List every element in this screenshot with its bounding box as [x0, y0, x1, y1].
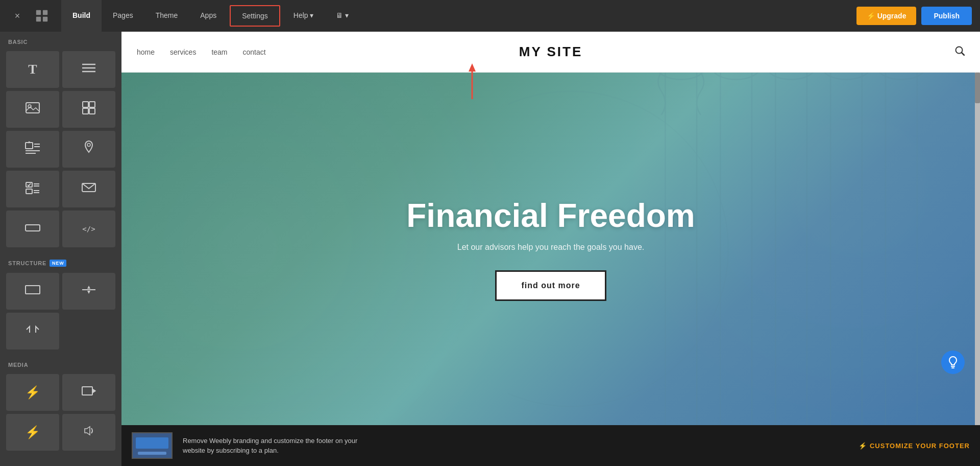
svg-rect-23: [26, 189, 32, 194]
nav-tabs: Build Pages Theme Apps Settings Help ▾ 🖥…: [61, 0, 856, 32]
panel-item-survey[interactable]: [6, 171, 59, 207]
section-label-structure: STRUCTURE NEW: [0, 252, 121, 271]
svg-point-45: [713, 73, 760, 80]
settings-arrow: [464, 63, 480, 106]
content-area: home services team contact MY SITE: [121, 32, 980, 466]
svg-rect-1: [43, 10, 47, 15]
panel-item-media-text[interactable]: ▶: [6, 131, 59, 168]
site-nav: home services team contact MY SITE: [121, 32, 980, 73]
media-grid: ⚡ ⚡: [0, 372, 121, 456]
svg-marker-37: [469, 63, 476, 72]
panel-item-map[interactable]: [62, 131, 115, 168]
svg-rect-12: [89, 108, 95, 114]
panel-item-text[interactable]: T: [6, 51, 59, 88]
hero-cta-button[interactable]: find out more: [495, 270, 606, 301]
basic-grid: T: [0, 49, 121, 252]
svg-rect-2: [36, 17, 41, 21]
svg-rect-7: [26, 103, 39, 113]
panel-item-lines[interactable]: [62, 51, 115, 88]
lightbulb-button[interactable]: [941, 351, 965, 374]
footer-bar: Remove Weebly branding and customize the…: [121, 425, 980, 466]
svg-point-46: [768, 73, 815, 80]
weebly-logo: [33, 7, 51, 25]
search-icon[interactable]: [954, 45, 965, 58]
tab-settings[interactable]: Settings: [230, 5, 280, 27]
svg-rect-42: [830, 73, 862, 425]
panel-item-button[interactable]: [6, 211, 59, 247]
svg-text:▶: ▶: [29, 141, 31, 144]
panel-item-audio[interactable]: [62, 414, 115, 451]
site-title: MY SITE: [519, 44, 583, 60]
svg-rect-40: [720, 73, 752, 425]
footer-thumbnail: [132, 432, 173, 459]
left-panel: BASIC T: [0, 32, 121, 466]
svg-rect-41: [775, 73, 807, 425]
svg-rect-28: [26, 286, 40, 294]
panel-item-section[interactable]: [6, 273, 59, 310]
nav-link-home[interactable]: home: [137, 48, 155, 56]
tab-device[interactable]: 🖥 ▾: [325, 0, 360, 32]
panel-item-lightning1[interactable]: ⚡: [6, 374, 59, 411]
new-badge: NEW: [50, 260, 66, 267]
tab-theme[interactable]: Theme: [144, 0, 189, 32]
svg-point-19: [87, 144, 90, 147]
panel-item-email[interactable]: [62, 171, 115, 207]
svg-rect-0: [36, 10, 41, 15]
svg-point-48: [878, 73, 925, 80]
tab-build[interactable]: Build: [61, 0, 102, 32]
scrollbar-thumb[interactable]: [975, 73, 980, 103]
hero-title: Financial Freedom: [406, 197, 695, 235]
svg-rect-3: [43, 17, 47, 21]
nav-link-contact[interactable]: contact: [243, 48, 266, 56]
svg-line-35: [962, 53, 964, 55]
close-button[interactable]: ×: [8, 7, 27, 25]
scrollbar-track[interactable]: [975, 73, 980, 425]
svg-rect-10: [89, 102, 95, 107]
upgrade-button[interactable]: ⚡ Upgrade: [856, 7, 917, 25]
panel-item-grid[interactable]: [62, 91, 115, 128]
tab-help[interactable]: Help ▾: [282, 0, 325, 32]
svg-rect-11: [83, 108, 88, 114]
panel-item-code[interactable]: </>: [62, 211, 115, 247]
top-nav: × Build Pages Theme Apps Settings Help ▾…: [0, 0, 980, 32]
publish-button[interactable]: Publish: [921, 7, 972, 25]
panel-item-lightning2[interactable]: ⚡: [6, 414, 59, 451]
svg-marker-31: [87, 291, 90, 294]
panel-item-divider[interactable]: [62, 273, 115, 310]
tab-apps[interactable]: Apps: [189, 0, 228, 32]
hero-subtitle: Let our advisors help you reach the goal…: [406, 243, 695, 252]
svg-rect-9: [83, 102, 88, 107]
tab-pages[interactable]: Pages: [102, 0, 144, 32]
svg-marker-33: [92, 389, 95, 393]
svg-marker-30: [87, 286, 90, 289]
section-label-basic: BASIC: [0, 32, 121, 49]
hero-section: Financial Freedom Let our advisors help …: [121, 73, 980, 425]
svg-rect-43: [886, 73, 917, 425]
svg-point-47: [823, 73, 870, 80]
svg-rect-32: [82, 387, 92, 395]
hero-content: Financial Freedom Let our advisors help …: [406, 197, 695, 301]
panel-item-embed[interactable]: [6, 313, 59, 350]
panel-item-video[interactable]: [62, 374, 115, 411]
section-label-media: MEDIA: [0, 355, 121, 372]
customize-footer-button[interactable]: ⚡ CUSTOMIZE YOUR FOOTER: [859, 442, 970, 450]
footer-text: Remove Weebly branding and customize the…: [183, 436, 377, 456]
panel-item-image[interactable]: [6, 91, 59, 128]
nav-right-actions: ⚡ Upgrade Publish: [856, 7, 972, 25]
structure-grid: [0, 271, 121, 355]
site-nav-links: home services team contact: [137, 48, 266, 56]
svg-rect-27: [26, 225, 40, 231]
main-layout: BASIC T: [0, 32, 980, 466]
nav-link-team[interactable]: team: [211, 48, 227, 56]
svg-point-44: [657, 73, 705, 80]
nav-link-services[interactable]: services: [170, 48, 196, 56]
